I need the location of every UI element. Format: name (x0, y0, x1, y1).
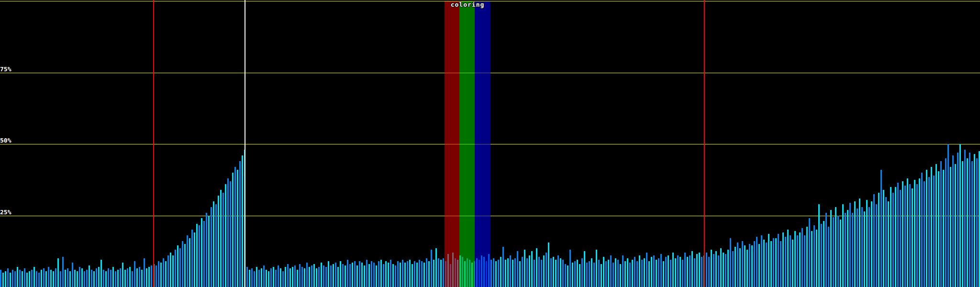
bar (316, 268, 317, 287)
bar (694, 258, 695, 287)
bar (373, 263, 375, 287)
y-axis-label: 25% (0, 209, 11, 216)
bar (91, 270, 92, 287)
bar (340, 261, 341, 287)
bar (290, 268, 291, 287)
bar (397, 261, 399, 287)
bar (546, 253, 547, 287)
bar (976, 158, 978, 287)
bar (172, 255, 174, 287)
bar (684, 253, 686, 287)
bar (29, 271, 30, 287)
bar (761, 235, 762, 287)
bar (292, 267, 293, 287)
bar (38, 273, 40, 287)
bar (53, 271, 54, 287)
bar (443, 258, 444, 287)
bar (804, 235, 805, 287)
bar (928, 177, 930, 287)
bar (242, 155, 243, 287)
bar (213, 201, 214, 287)
bar (811, 231, 813, 287)
bar (847, 210, 848, 287)
bar (825, 213, 827, 287)
bar (878, 193, 880, 287)
bar (538, 257, 540, 287)
bar (727, 250, 729, 287)
bar (940, 161, 942, 287)
bar (935, 164, 937, 287)
bar (301, 267, 303, 287)
bar (778, 234, 779, 287)
bar (117, 270, 119, 287)
bar (225, 184, 226, 287)
bar (916, 184, 918, 287)
bar (624, 261, 626, 287)
bar (218, 196, 219, 287)
bar (603, 257, 604, 287)
bar (500, 257, 501, 287)
bar (43, 268, 45, 287)
bar (739, 248, 741, 287)
bar (952, 155, 954, 287)
bar (813, 225, 815, 287)
bar (502, 247, 504, 287)
bar (510, 255, 511, 287)
bar (134, 261, 135, 287)
bar (974, 154, 975, 287)
bar (48, 267, 49, 287)
bar (440, 260, 442, 287)
bar (567, 265, 568, 287)
bar (124, 270, 126, 287)
bar (560, 258, 561, 287)
bar (768, 234, 769, 287)
bar (179, 248, 181, 287)
bar (263, 265, 265, 287)
bar (636, 261, 638, 287)
bar (967, 158, 968, 287)
bar (41, 270, 42, 287)
bar (175, 250, 176, 287)
bar (96, 268, 97, 287)
band-green (459, 1, 475, 287)
bar (404, 263, 406, 287)
bar (543, 255, 545, 287)
bar (86, 270, 88, 287)
bar (388, 263, 389, 287)
bar (943, 170, 944, 287)
bar (182, 241, 183, 287)
bar (347, 260, 348, 287)
profiling-chart: coloring 25%50%75% (0, 0, 980, 287)
bar (962, 161, 963, 287)
bar (246, 267, 248, 287)
bar (67, 268, 68, 287)
band-blue (475, 1, 490, 287)
bar (665, 257, 667, 287)
bar (797, 235, 798, 287)
bar (139, 267, 140, 287)
bar (194, 232, 195, 287)
bar (622, 255, 624, 287)
bar (864, 211, 865, 287)
bar (55, 268, 56, 287)
bar (431, 250, 432, 287)
bar (584, 251, 585, 287)
bar (69, 271, 71, 287)
bar (615, 258, 616, 287)
bar (354, 261, 356, 287)
bar (371, 261, 372, 287)
bar (651, 257, 652, 287)
bar (14, 271, 16, 287)
bar (165, 261, 167, 287)
bar (756, 237, 757, 287)
bar (5, 271, 6, 287)
bar (818, 204, 820, 287)
bar (933, 176, 935, 287)
bar (648, 261, 650, 287)
bar (715, 251, 717, 287)
bar (876, 204, 877, 287)
bar (268, 271, 269, 287)
bar (840, 220, 841, 287)
bar (830, 210, 832, 287)
bar (713, 254, 714, 287)
